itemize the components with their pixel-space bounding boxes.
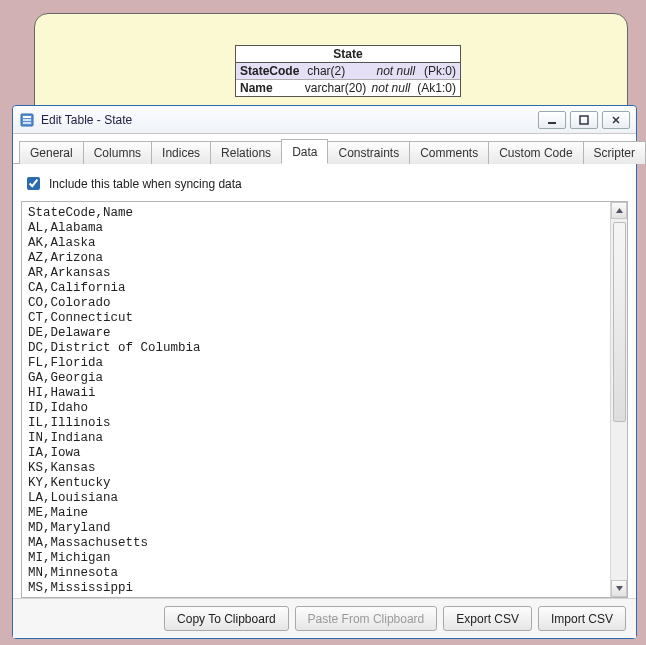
close-button[interactable] xyxy=(602,111,630,129)
paste-from-clipboard-button[interactable]: Paste From Clipboard xyxy=(295,606,438,631)
button-bar: Copy To Clipboard Paste From Clipboard E… xyxy=(13,598,636,638)
minimize-button[interactable] xyxy=(538,111,566,129)
window-title: Edit Table - State xyxy=(41,113,538,127)
column-name: StateCode xyxy=(240,64,307,78)
table-definition-card[interactable]: State StateCodechar(2)not null(Pk:0)Name… xyxy=(235,45,461,97)
import-csv-button[interactable]: Import CSV xyxy=(538,606,626,631)
scroll-down-button[interactable] xyxy=(611,580,627,597)
column-null: not null xyxy=(377,64,424,78)
svg-rect-4 xyxy=(548,122,556,124)
data-textbox: StateCode,Name AL,Alabama AK,Alaska AZ,A… xyxy=(21,201,628,598)
include-sync-checkbox-row[interactable]: Include this table when syncing data xyxy=(21,172,628,201)
tab-general[interactable]: General xyxy=(19,141,84,164)
tab-custom-code[interactable]: Custom Code xyxy=(488,141,583,164)
table-definition-row[interactable]: Namevarchar(20)not null(Ak1:0) xyxy=(236,80,460,96)
edit-table-window: Edit Table - State GeneralColumnsIndices… xyxy=(12,105,637,639)
column-type: varchar(20) xyxy=(305,81,372,95)
tab-scripter[interactable]: Scripter xyxy=(583,141,646,164)
scroll-thumb[interactable] xyxy=(613,222,626,422)
table-definition-title: State xyxy=(236,46,460,63)
data-textarea[interactable]: StateCode,Name AL,Alabama AK,Alaska AZ,A… xyxy=(22,202,610,597)
copy-to-clipboard-button[interactable]: Copy To Clipboard xyxy=(164,606,289,631)
export-csv-button[interactable]: Export CSV xyxy=(443,606,532,631)
svg-rect-3 xyxy=(23,122,31,124)
include-sync-checkbox[interactable] xyxy=(27,177,40,190)
tab-indices[interactable]: Indices xyxy=(151,141,211,164)
svg-rect-1 xyxy=(23,116,31,118)
maximize-button[interactable] xyxy=(570,111,598,129)
tab-comments[interactable]: Comments xyxy=(409,141,489,164)
table-definition-row[interactable]: StateCodechar(2)not null(Pk:0) xyxy=(236,63,460,80)
titlebar[interactable]: Edit Table - State xyxy=(13,106,636,134)
column-name: Name xyxy=(240,81,305,95)
include-sync-label: Include this table when syncing data xyxy=(49,177,242,191)
column-null: not null xyxy=(372,81,418,95)
scroll-up-button[interactable] xyxy=(611,202,627,219)
column-type: char(2) xyxy=(307,64,376,78)
column-key: (Ak1:0) xyxy=(417,81,456,95)
data-pane: Include this table when syncing data Sta… xyxy=(13,164,636,598)
svg-rect-2 xyxy=(23,119,31,121)
tab-relations[interactable]: Relations xyxy=(210,141,282,164)
tab-data[interactable]: Data xyxy=(281,139,328,164)
tab-columns[interactable]: Columns xyxy=(83,141,152,164)
tab-constraints[interactable]: Constraints xyxy=(327,141,410,164)
column-key: (Pk:0) xyxy=(424,64,456,78)
app-icon xyxy=(19,112,35,128)
tabstrip: GeneralColumnsIndicesRelationsDataConstr… xyxy=(13,134,636,164)
svg-rect-5 xyxy=(580,116,588,124)
vertical-scrollbar[interactable] xyxy=(610,202,627,597)
